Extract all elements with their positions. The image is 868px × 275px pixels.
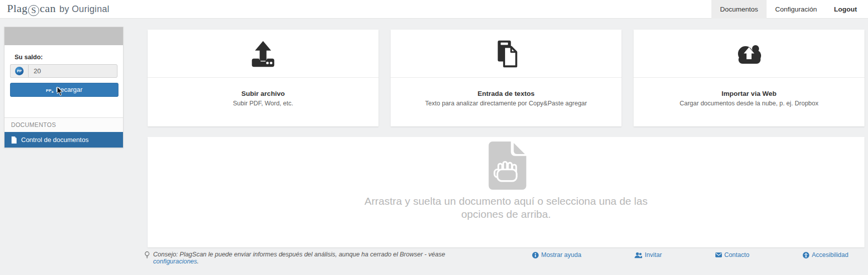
logo-byline: by Ouriginal <box>59 4 109 15</box>
card-title: Importar via Web <box>634 90 864 97</box>
envelope-icon <box>715 252 722 257</box>
card-subtitle: Subir PDF, Word, etc. <box>148 100 379 107</box>
sidebar-panel: Su saldo: PP PP+Recargar DOCUMENTOS Cont… <box>4 27 123 148</box>
pp-plus-icon: PP+ <box>46 88 54 93</box>
footer-links: Mostrar ayuda Invitar Contacto Accesibil… <box>532 251 848 258</box>
documents-section-header: DOCUMENTOS <box>5 117 123 132</box>
sidebar-header-band <box>5 27 123 45</box>
footer-link-contacto[interactable]: Contacto <box>715 251 750 258</box>
drag-document-icon <box>485 142 527 190</box>
tip-text: Consejo: PlagScan le puede enviar inform… <box>153 251 445 265</box>
card-subir-archivo[interactable]: Subir archivo Subir PDF, Word, etc. <box>148 30 379 126</box>
top-navigation: Documentos Configuración Logout <box>711 0 868 19</box>
configuraciones-link[interactable]: configuraciones <box>153 258 197 265</box>
balance-label: Su saldo: <box>15 54 113 61</box>
lightbulb-icon <box>145 251 150 259</box>
sidebar-spacer <box>5 97 123 117</box>
card-subtitle: Texto para analizar directamente por Cop… <box>391 100 622 107</box>
footer-link-accesibilidad[interactable]: Accesibilidad <box>803 251 848 258</box>
recharge-button[interactable]: PP+Recargar <box>10 83 118 97</box>
invite-users-icon <box>635 252 642 258</box>
nav-configuracion[interactable]: Configuración <box>767 0 825 19</box>
footer-tip: Consejo: PlagScan le puede enviar inform… <box>145 251 446 265</box>
info-icon <box>532 252 539 258</box>
balance-input[interactable] <box>28 64 117 78</box>
logo-wordmark: PlagScan <box>7 2 56 16</box>
card-title: Entrada de textos <box>391 90 622 97</box>
file-icon <box>11 136 17 144</box>
footer-link-mostrar-ayuda[interactable]: Mostrar ayuda <box>532 251 581 258</box>
plagscan-logo[interactable]: PlagScan by Ouriginal <box>0 2 109 16</box>
top-header: PlagScan by Ouriginal Documentos Configu… <box>0 0 868 19</box>
accessibility-icon <box>803 252 809 258</box>
action-cards-row: Subir archivo Subir PDF, Word, etc. Entr… <box>148 30 864 126</box>
upload-icon <box>247 38 279 69</box>
magnifier-s-icon: S <box>28 5 39 16</box>
sidebar-item-label: Control de documentos <box>21 136 88 144</box>
cloud-upload-icon <box>732 41 766 66</box>
nav-documentos[interactable]: Documentos <box>711 0 767 19</box>
card-subtitle: Cargar documentos desde la nube, p. ej. … <box>634 100 864 107</box>
card-importar-via-web[interactable]: Importar via Web Cargar documentos desde… <box>634 30 864 126</box>
dropzone-instructions: Arrastra y suelta un documento aquí o se… <box>148 195 864 221</box>
balance-input-group: PP <box>10 64 117 78</box>
card-entrada-de-textos[interactable]: Entrada de textos Texto para analizar di… <box>391 30 622 126</box>
sidebar-item-control-de-documentos[interactable]: Control de documentos <box>5 132 123 148</box>
card-title: Subir archivo <box>148 90 379 97</box>
nav-logout[interactable]: Logout <box>825 0 868 19</box>
pp-coin-icon: PP <box>15 67 24 75</box>
pp-coin-addon: PP <box>10 64 28 78</box>
document-dropzone[interactable]: Arrastra y suelta un documento aquí o se… <box>148 137 864 247</box>
footer-link-invitar[interactable]: Invitar <box>635 251 662 258</box>
paste-text-icon <box>490 38 522 69</box>
